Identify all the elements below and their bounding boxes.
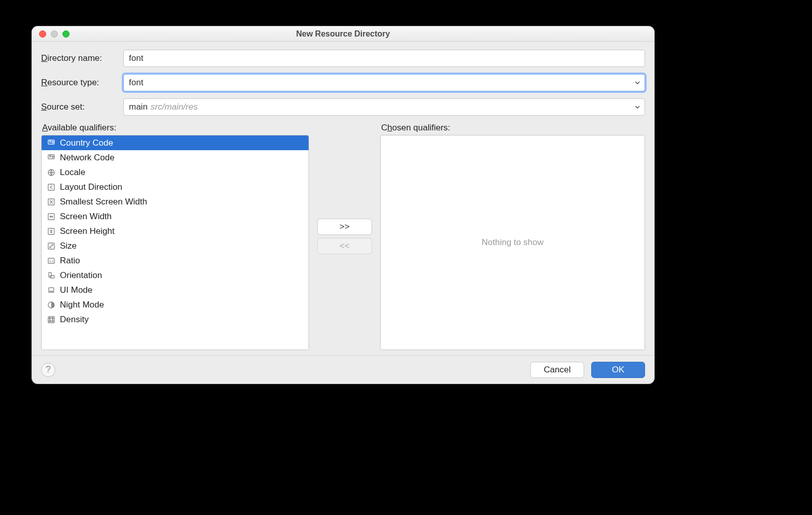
close-icon[interactable] <box>39 30 46 38</box>
source-set-value: main <box>129 102 148 112</box>
ok-button[interactable]: OK <box>591 362 645 378</box>
svg-point-3 <box>52 156 54 157</box>
chevron-down-icon <box>634 104 640 110</box>
list-item-label: Ratio <box>60 256 80 266</box>
flag-icon <box>47 153 56 162</box>
titlebar: New Resource Directory <box>32 26 654 42</box>
list-item[interactable]: Network Code <box>42 150 309 165</box>
resource-type-value: font <box>129 78 143 88</box>
list-item[interactable]: Screen Width <box>42 209 309 224</box>
circle-half-icon <box>47 300 56 310</box>
list-item-label: Screen Width <box>60 212 112 222</box>
flag-icon <box>47 139 56 148</box>
svg-rect-16 <box>48 317 54 323</box>
chosen-empty-text: Nothing to show <box>381 135 645 350</box>
arrows-h-box-icon <box>47 212 56 221</box>
minimize-icon <box>51 30 58 38</box>
row-directory-name: Directory name: font <box>41 50 645 67</box>
grid-circle-icon <box>47 315 56 324</box>
label-resource-type: Resource type: <box>41 78 123 88</box>
arrows-v-box-icon <box>47 227 56 236</box>
expand-box-icon <box>47 242 56 251</box>
list-item[interactable]: 4:3Ratio <box>42 253 309 268</box>
label-directory-name: Directory name: <box>41 53 123 63</box>
laptop-icon <box>47 286 56 295</box>
orientation-icon <box>47 271 56 280</box>
resource-type-select[interactable]: font <box>123 74 645 91</box>
list-item[interactable]: Country Code <box>42 135 309 150</box>
svg-point-1 <box>52 141 54 143</box>
list-item[interactable]: Size <box>42 238 309 253</box>
help-button[interactable]: ? <box>41 363 55 377</box>
list-item-label: Network Code <box>60 153 115 163</box>
list-item[interactable]: Locale <box>42 165 309 180</box>
list-item[interactable]: Orientation <box>42 268 309 283</box>
list-item-label: Orientation <box>60 270 102 281</box>
ratio-box-icon: 4:3 <box>47 256 56 265</box>
svg-point-17 <box>50 318 53 321</box>
remove-qualifier-button: << <box>317 238 372 254</box>
list-item-label: Density <box>60 315 89 325</box>
source-set-hint: src/main/res <box>151 102 198 112</box>
list-item[interactable]: Night Mode <box>42 297 309 312</box>
list-item[interactable]: Screen Height <box>42 224 309 238</box>
available-qualifiers-list[interactable]: Country CodeNetwork CodeLocaleLayout Dir… <box>41 135 309 350</box>
svg-rect-5 <box>48 184 54 190</box>
list-item-label: Size <box>60 241 77 251</box>
row-source-set: Source set: main src/main/res <box>41 98 645 116</box>
arrow-left-box-icon <box>47 183 56 192</box>
dialog-footer: ? Cancel OK <box>32 355 654 384</box>
list-item-label: Smallest Screen Width <box>60 197 147 207</box>
list-item[interactable]: Density <box>42 312 309 327</box>
list-item-label: Night Mode <box>60 300 104 310</box>
list-item[interactable]: Smallest Screen Width <box>42 194 309 209</box>
list-item[interactable]: Layout Direction <box>42 180 309 194</box>
add-qualifier-button[interactable]: >> <box>317 219 372 235</box>
directory-name-value: font <box>129 53 143 63</box>
svg-text:4:3: 4:3 <box>49 259 54 262</box>
list-item-label: Screen Height <box>60 226 115 236</box>
list-item-label: Layout Direction <box>60 182 122 192</box>
label-available-qualifiers: Available qualifiers: <box>41 123 309 133</box>
list-item-label: Country Code <box>60 138 113 148</box>
list-item-label: Locale <box>60 167 85 178</box>
window-controls <box>39 30 70 38</box>
directory-name-input[interactable]: font <box>123 50 645 67</box>
label-source-set: Source set: <box>41 102 123 112</box>
source-set-select[interactable]: main src/main/res <box>123 98 645 116</box>
cancel-button[interactable]: Cancel <box>530 362 584 378</box>
list-item-label: UI Mode <box>60 285 92 295</box>
dialog-title: New Resource Directory <box>296 29 390 39</box>
label-chosen-qualifiers: Chosen qualifiers: <box>380 123 645 133</box>
row-resource-type: Resource type: font <box>41 74 645 91</box>
list-item[interactable]: UI Mode <box>42 283 309 297</box>
chevron-down-icon <box>634 80 640 86</box>
svg-rect-14 <box>49 288 54 291</box>
help-icon: ? <box>46 364 51 375</box>
arrows-box-icon <box>47 197 56 207</box>
zoom-icon[interactable] <box>62 30 70 38</box>
chosen-qualifiers-list[interactable]: Nothing to show <box>380 135 645 350</box>
globe-icon <box>47 168 56 177</box>
dialog-new-resource-directory: New Resource Directory Directory name: f… <box>31 26 655 384</box>
